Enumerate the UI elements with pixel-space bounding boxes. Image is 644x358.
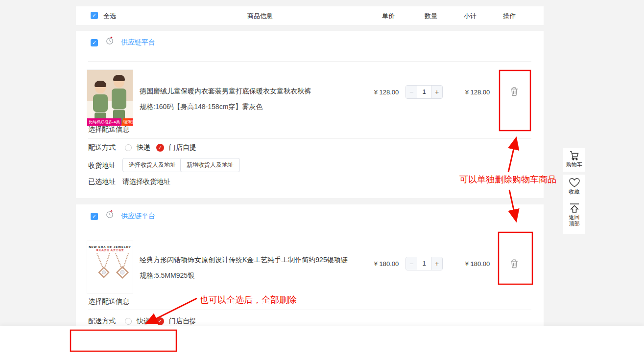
delivery-method-label: 配送方式 <box>88 143 116 152</box>
product-title[interactable]: 经典方形闪锆项饰女原创设计传统K金工艺纯手工制作简约925银项链 <box>140 256 380 265</box>
express-radio[interactable] <box>125 144 132 151</box>
product-spec: 规格:160码【身高148-158cm穿】雾灰色 <box>140 103 380 112</box>
qty-minus-button[interactable]: − <box>406 86 417 98</box>
annotation-select-all-delete: 也可以全选后，全部删除 <box>200 294 297 306</box>
cart-icon <box>569 151 580 160</box>
store-icon <box>105 36 115 45</box>
select-all-label[interactable]: 全选 <box>103 12 116 21</box>
sidebar-cart-label: 购物车 <box>563 161 585 168</box>
express-label[interactable]: 快递 <box>137 317 150 326</box>
delivery-info-title: 选择配送信息 <box>88 125 129 134</box>
delete-item-icon[interactable] <box>509 86 521 98</box>
col-unit-price: 单价 <box>382 12 395 21</box>
image-brand-subtext: 臻美高贵格 高贵文场景 <box>87 248 133 251</box>
divider <box>88 138 531 139</box>
sidebar-back-top-label-2: 顶部 <box>563 221 585 227</box>
selected-address-label: 已选地址 <box>88 178 116 186</box>
product-image[interactable]: 比纯棉好很多-A类 轻薄速暖 <box>87 69 133 126</box>
qty-minus-button[interactable]: − <box>406 257 417 270</box>
pickup-radio-checked[interactable]: ✓ <box>156 317 164 325</box>
delivery-info-title: 选择配送信息 <box>88 297 129 306</box>
express-label[interactable]: 快递 <box>137 143 150 152</box>
quantity-stepper[interactable]: − 1 + <box>405 85 443 99</box>
subtotal-price: ¥ 128.00 <box>453 89 502 96</box>
divider <box>88 61 531 62</box>
divider <box>88 235 531 235</box>
col-quantity: 数量 <box>425 12 437 21</box>
sidebar-back-top-tile[interactable]: 返回 顶部 <box>563 200 585 234</box>
store-name[interactable]: 供应链平台 <box>121 38 155 47</box>
cart-group-1: ✓ 供应链平台 比纯棉好很多-A类 轻薄速暖 德国磨绒儿童保暖内衣套装男童打底保… <box>76 31 544 198</box>
qty-value[interactable]: 1 <box>417 86 431 98</box>
store-name[interactable]: 供应链平台 <box>121 212 155 221</box>
select-all-checkbox[interactable]: ✓ <box>91 12 98 19</box>
qty-plus-button[interactable]: + <box>431 257 442 270</box>
image-badge-right: 轻薄速暖 <box>121 118 133 126</box>
product-spec: 规格:5.5MM925银 <box>140 271 380 280</box>
select-address-button[interactable]: 选择收货人及地址 <box>122 158 182 172</box>
sidebar-favorite-tile[interactable]: 收藏 <box>563 175 585 200</box>
pickup-radio-checked[interactable]: ✓ <box>156 144 164 152</box>
store-checkbox[interactable]: ✓ <box>91 213 98 220</box>
back-to-top-icon <box>569 202 580 213</box>
express-radio[interactable] <box>125 318 132 325</box>
col-actions: 操作 <box>503 12 516 21</box>
pickup-label[interactable]: 门店自提 <box>169 317 196 326</box>
delivery-method-label: 配送方式 <box>88 317 116 326</box>
product-title[interactable]: 德国磨绒儿童保暖内衣套装男童打底保暖衣女童秋衣秋裤 <box>140 87 380 96</box>
sidebar-favorite-label: 收藏 <box>563 189 585 195</box>
col-product-info: 商品信息 <box>247 12 273 21</box>
store-checkbox[interactable]: ✓ <box>91 39 98 46</box>
store-icon <box>105 209 115 219</box>
unit-price: ¥ 180.00 <box>362 260 411 268</box>
quantity-stepper[interactable]: − 1 + <box>405 257 443 270</box>
sidebar-back-top-label-1: 返回 <box>563 214 585 221</box>
add-address-button[interactable]: 新增收货人及地址 <box>180 158 240 172</box>
qty-plus-button[interactable]: + <box>431 86 442 98</box>
col-subtotal: 小计 <box>464 12 477 21</box>
sidebar-cart-tile[interactable]: 购物车 <box>563 148 585 172</box>
heart-icon <box>569 178 580 188</box>
divider <box>88 310 531 310</box>
qty-value[interactable]: 1 <box>417 257 431 270</box>
cart-group-2: ✓ 供应链平台 NEW ERA OF JEWELRY 臻美高贵格 高贵文场景 经… <box>76 204 544 327</box>
product-image[interactable]: NEW ERA OF JEWELRY 臻美高贵格 高贵文场景 <box>87 241 133 293</box>
pickup-label[interactable]: 门店自提 <box>169 143 196 152</box>
unit-price: ¥ 128.00 <box>362 89 411 96</box>
annotation-single-delete: 可以单独删除购物车商品 <box>459 174 556 185</box>
image-badge-left: 比纯棉好很多-A类 <box>87 118 121 126</box>
subtotal-price: ¥ 180.00 <box>453 260 502 268</box>
delete-item-icon[interactable] <box>509 258 521 270</box>
address-label: 收货地址 <box>88 161 116 170</box>
image-promo-banner: 比纯棉好很多-A类 轻薄速暖 <box>87 118 133 126</box>
selected-address-value: 请选择收货地址 <box>122 178 170 186</box>
cart-footer-bar: ✓ 全选 删除选中商品 已选2件商品 总价(含快递) 308.00 结算 <box>0 326 644 358</box>
cart-table-header: ✓ 全选 商品信息 单价 数量 小计 操作 <box>76 6 544 25</box>
